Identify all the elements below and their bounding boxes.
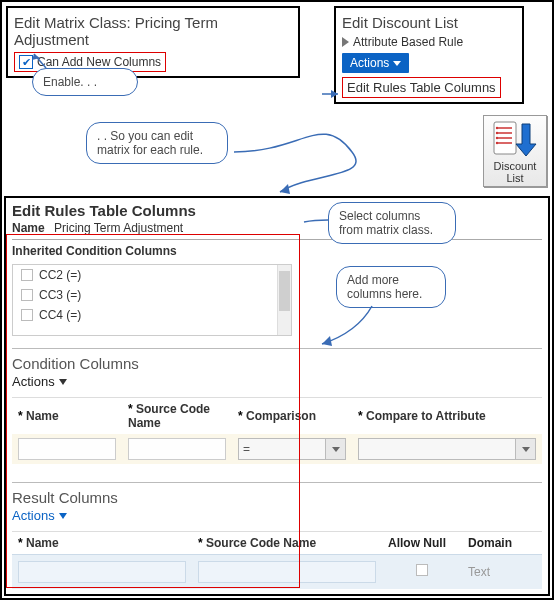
name-value: Pricing Term Adjustment bbox=[54, 221, 183, 235]
inherited-list[interactable]: CC2 (=) CC3 (=) CC4 (=) bbox=[12, 264, 292, 336]
table-row: = bbox=[12, 434, 542, 464]
callout-select-columns: Select columns from matrix class. bbox=[328, 202, 456, 244]
col-source: Source Code Name bbox=[128, 402, 210, 430]
checkbox-icon[interactable] bbox=[21, 269, 33, 281]
edit-discount-title: Edit Discount List bbox=[342, 14, 516, 31]
scrollbar-thumb[interactable] bbox=[279, 271, 290, 311]
condition-columns-table: Name Source Code Name Comparison Compare… bbox=[12, 397, 542, 464]
col-domain: Domain bbox=[468, 536, 512, 550]
svg-point-5 bbox=[496, 127, 498, 129]
disclosure-icon bbox=[342, 37, 349, 47]
comparison-select[interactable]: = bbox=[238, 438, 346, 460]
name-label: Name bbox=[12, 221, 45, 235]
list-item[interactable]: CC4 (=) bbox=[13, 305, 291, 325]
col-comparison: Comparison bbox=[238, 409, 316, 423]
scrollbar[interactable] bbox=[277, 265, 291, 335]
chevron-down-icon bbox=[59, 513, 67, 519]
svg-point-6 bbox=[496, 132, 498, 134]
source-input[interactable] bbox=[198, 561, 376, 583]
inherited-section: Inherited Condition Columns CC2 (=) CC3 … bbox=[12, 239, 542, 336]
chevron-down-icon bbox=[332, 447, 340, 452]
condition-actions-menu[interactable]: Actions bbox=[12, 374, 67, 389]
rules-title: Edit Rules Table Columns bbox=[12, 202, 542, 219]
edit-matrix-title: Edit Matrix Class: Pricing Term Adjustme… bbox=[14, 14, 292, 48]
result-columns-table: Name Source Code Name Allow Null Domain … bbox=[12, 531, 542, 589]
actions-button[interactable]: Actions bbox=[342, 53, 409, 73]
checkbox-icon[interactable] bbox=[21, 309, 33, 321]
col-allow-null: Allow Null bbox=[388, 536, 446, 550]
list-item[interactable]: CC2 (=) bbox=[13, 265, 291, 285]
domain-value: Text bbox=[462, 555, 542, 589]
edit-rules-table-panel: Edit Rules Table Columns Name Pricing Te… bbox=[4, 196, 550, 596]
list-item[interactable]: CC3 (=) bbox=[13, 285, 291, 305]
chevron-down-icon bbox=[522, 447, 530, 452]
svg-point-7 bbox=[496, 137, 498, 139]
callout-enable: Enable. . . bbox=[32, 68, 138, 96]
checkbox-icon[interactable] bbox=[21, 289, 33, 301]
callout-add-more: Add more columns here. bbox=[336, 266, 446, 308]
checkbox-checked-icon[interactable]: ✔ bbox=[19, 55, 33, 69]
chevron-down-icon bbox=[59, 379, 67, 385]
discount-list-tile[interactable]: Discount List bbox=[483, 115, 547, 187]
source-input[interactable] bbox=[128, 438, 226, 460]
result-columns-header: Result Columns bbox=[12, 482, 542, 506]
can-add-columns-label: Can Add New Columns bbox=[37, 55, 161, 69]
edit-rules-table-columns-link[interactable]: Edit Rules Table Columns bbox=[342, 77, 501, 98]
tile-label: Discount List bbox=[486, 160, 544, 184]
inherited-label: Inherited Condition Columns bbox=[12, 244, 542, 258]
table-row: Text bbox=[12, 555, 542, 589]
name-row: Name Pricing Term Adjustment bbox=[12, 221, 542, 235]
svg-marker-18 bbox=[280, 184, 290, 194]
compare-to-select[interactable] bbox=[358, 438, 536, 460]
col-name: Name bbox=[18, 409, 59, 423]
callout-so-you-can: . . So you can edit matrix for each rule… bbox=[86, 122, 228, 164]
col-source: Source Code Name bbox=[198, 536, 316, 550]
chevron-down-icon bbox=[393, 61, 401, 66]
edit-discount-panel: Edit Discount List Attribute Based Rule … bbox=[334, 6, 524, 104]
actions-label: Actions bbox=[350, 56, 389, 70]
result-actions-menu[interactable]: Actions bbox=[12, 508, 67, 523]
name-input[interactable] bbox=[18, 561, 186, 583]
svg-point-8 bbox=[496, 142, 498, 144]
condition-columns-header: Condition Columns bbox=[12, 348, 542, 372]
col-compare-to: Compare to Attribute bbox=[358, 409, 486, 423]
name-input[interactable] bbox=[18, 438, 116, 460]
col-name: Name bbox=[18, 536, 59, 550]
allow-null-checkbox[interactable] bbox=[416, 564, 428, 576]
discount-list-icon bbox=[492, 120, 538, 158]
rule-row: Attribute Based Rule bbox=[342, 35, 516, 49]
rule-label: Attribute Based Rule bbox=[353, 35, 463, 49]
